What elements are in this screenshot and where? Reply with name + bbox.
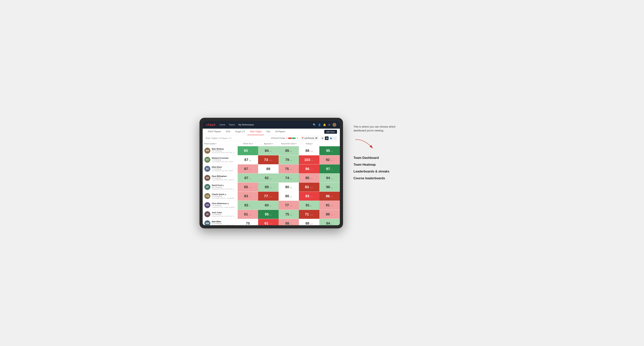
score-wrapper: 803▲ — [285, 185, 292, 189]
score-delta: 8▲ — [269, 214, 272, 216]
score-wrapper: 88-2▼ — [306, 221, 313, 225]
score-wrapper: 93+4▲ — [244, 149, 252, 153]
table-body: BMBlair McHargPlus HandicapRoyal North D… — [203, 146, 340, 225]
edit-team-icon[interactable]: ✏ — [229, 137, 232, 139]
player-club: Gog Magog Golf Club, United Kingdom — [212, 179, 236, 181]
score-value: 86 — [326, 194, 330, 198]
settings-icon[interactable]: ⚙ — [328, 123, 330, 126]
score-wrapper: 814▲ — [306, 203, 313, 207]
score-cell: 81-3▼ — [238, 210, 258, 219]
table-view-button[interactable]: ▦ — [325, 136, 329, 140]
score-value: 85 — [285, 149, 289, 153]
score-cell: 88-1▼ — [299, 146, 320, 155]
avatar-view-button[interactable]: 👥 — [329, 136, 333, 140]
tab-tour[interactable]: Tour — [264, 128, 273, 135]
option-team-dashboard[interactable]: Team Dashboard — [354, 156, 444, 160]
score-wrapper: 75 — [246, 221, 250, 225]
score-wrapper: 943▲ — [326, 221, 333, 225]
last-rounds-button[interactable]: 📅 Last Rounds: 20 — [300, 137, 319, 140]
option-leaderboards[interactable]: Leaderboards & streaks — [354, 170, 444, 173]
option-course-leaderboards[interactable]: Course leaderboards — [354, 176, 444, 180]
player-club: Sunningdale Golf Club, United Kingdom — [212, 161, 236, 163]
avatar: CQ — [204, 193, 210, 199]
tab-pgat-players[interactable]: PGAT Players — [206, 128, 224, 135]
score-cell: 602▲ — [258, 201, 278, 210]
table-row[interactable]: DBDave Billingham1-5 HandicapGog Magog G… — [203, 173, 340, 183]
score-wrapper: 858▲ — [285, 149, 292, 153]
download-button[interactable]: ↓ — [333, 136, 337, 140]
search-icon[interactable]: 🔍 — [313, 123, 316, 126]
score-value: 77 — [264, 194, 268, 198]
tablet-frame: clippd Home Teams My Performance 🔍 👤 🔔 ⚙ — [200, 118, 343, 228]
avatar: JC — [204, 211, 210, 217]
score-delta: -3▼ — [249, 187, 252, 188]
score-wrapper: 88 — [266, 167, 270, 171]
tab-hcaps[interactable]: Hcaps 1-5 — [233, 128, 247, 135]
view-toggles: ⊞ ▦ 👥 ↓ — [320, 136, 337, 140]
score-wrapper: 602▲ — [265, 203, 272, 207]
score-wrapper: 87-3▼ — [244, 167, 252, 171]
score-cell: 77-14▼ — [258, 192, 278, 201]
score-value: 89 — [265, 185, 268, 189]
table-row[interactable]: JCJosh Coles1-5 HandicapRoyal North Devo… — [203, 210, 340, 219]
table-row[interactable]: ECEdward Crossman1-5 HandicapSunningdale… — [203, 155, 340, 165]
score-value: 88 — [266, 167, 270, 171]
nav-teams[interactable]: Teams — [229, 124, 235, 126]
player-cell: CQCharlie Quick✓6-10 HandicapSt. George'… — [203, 192, 238, 201]
table-row[interactable]: BMBlair McHargPlus HandicapRoyal North D… — [203, 146, 340, 155]
avatar: CR — [204, 202, 210, 208]
avatar-icon[interactable] — [332, 123, 336, 127]
bar-red — [288, 138, 292, 139]
bell-icon[interactable]: 🔔 — [323, 123, 326, 126]
table-row[interactable]: MMMatt Miller6-10 HandicapWoburn Golf Cl… — [203, 219, 340, 225]
score-value: 82 — [265, 176, 268, 180]
player-club: Royal North Devon Golf Club, United King… — [212, 152, 236, 154]
player-info: Edward Crossman1-5 HandicapSunningdale G… — [212, 157, 236, 163]
player-name: David Ford✓ — [212, 184, 236, 186]
score-cell: 86-8▼ — [320, 192, 340, 201]
score-delta: -11▼ — [310, 214, 314, 216]
tab-pga[interactable]: PGA — [224, 128, 233, 135]
score-value: 87 — [244, 167, 248, 171]
player-club: Craigmillar Park, United Kingdom — [212, 206, 236, 208]
tab-team-clippd[interactable]: Team Clippd — [247, 128, 264, 135]
player-name: Dave Billingham — [212, 175, 236, 177]
grid-view-button[interactable]: ⊞ — [320, 136, 324, 140]
score-cell: 91-3▼ — [320, 201, 340, 210]
player-cell: DFDavid Ford✓Plus HandicapRoyal North De… — [203, 183, 238, 191]
avatar: DF — [204, 184, 210, 190]
table-row[interactable]: EEElliot Ebert1-5 HandicapSunningdale Go… — [203, 165, 340, 173]
option-team-heatmap[interactable]: Team Heatmap — [354, 163, 444, 167]
score-wrapper: 86-6▼ — [306, 167, 313, 171]
tab-all-players[interactable]: All Players — [273, 128, 288, 135]
nav-home[interactable]: Home — [220, 124, 225, 126]
person-icon[interactable]: 👤 — [318, 123, 321, 126]
player-cell: CRChris Robertson✓1-5 HandicapCraigmilla… — [203, 201, 238, 210]
score-cell: 89-2▼ — [320, 210, 340, 219]
score-delta: 2▲ — [269, 205, 272, 207]
add-team-button[interactable]: Add Team — [324, 130, 337, 134]
score-wrapper: 83-6▼ — [306, 194, 313, 198]
player-info: Josh Coles1-5 HandicapRoyal North Devon … — [212, 211, 236, 217]
score-wrapper: 752▲ — [285, 212, 292, 216]
table-row[interactable]: CQCharlie Quick✓6-10 HandicapSt. George'… — [203, 192, 340, 201]
table-row[interactable]: DFDavid Ford✓Plus HandicapRoyal North De… — [203, 183, 340, 192]
score-delta: 15▲ — [311, 160, 314, 161]
score-wrapper: 77-3▼ — [285, 203, 292, 207]
score-cell: 975▲ — [320, 165, 340, 173]
player-info: Blair McHargPlus HandicapRoyal North Dev… — [212, 148, 236, 154]
score-delta: +4▲ — [248, 151, 252, 152]
table-row[interactable]: CRChris Robertson✓1-5 HandicapCraigmilla… — [203, 201, 340, 210]
player-club: Royal North Devon Golf Club, United King… — [212, 188, 236, 190]
score-delta: -8▼ — [330, 196, 334, 198]
score-cell: 874▲ — [238, 173, 258, 182]
nav-my-performance[interactable]: My Performance — [238, 124, 254, 126]
score-delta: 7▲ — [269, 187, 272, 188]
table-header-row: Player Quality ▾ Off the Tee ▾ Approach … — [203, 141, 340, 146]
score-wrapper: 77-14▼ — [264, 194, 272, 198]
score-wrapper: 61-3▼ — [264, 221, 272, 225]
table-scroll: Player Quality ▾ Off the Tee ▾ Approach … — [203, 141, 340, 225]
avatar: DB — [204, 175, 210, 181]
score-wrapper: 91-3▼ — [326, 203, 334, 207]
score-value: 89 — [326, 212, 330, 216]
